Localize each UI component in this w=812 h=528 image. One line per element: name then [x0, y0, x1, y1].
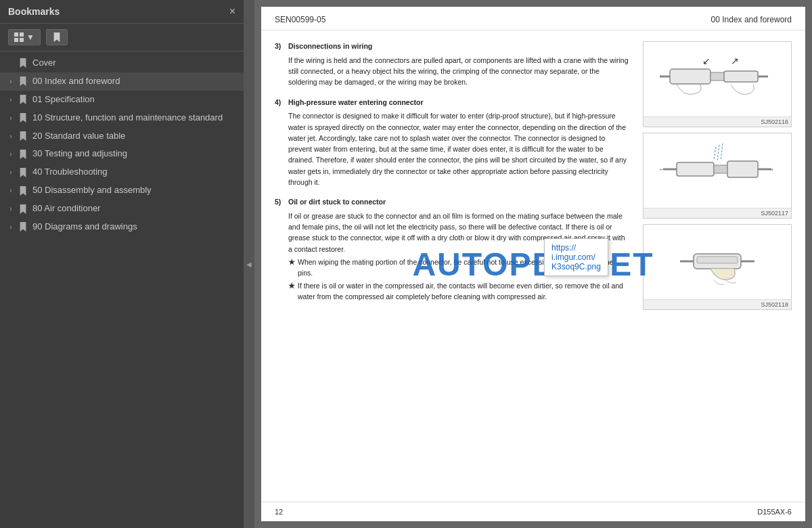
bookmark-icon-50-disassembly — [19, 186, 30, 196]
section-4-body: The connector is designed to make it dif… — [288, 110, 629, 188]
bookmark-options-button[interactable] — [46, 29, 68, 45]
images-column: ↙ ↗ SJ502116 — [643, 41, 792, 491]
bookmark-icon-cover — [19, 58, 30, 68]
image-1-drawing: ↙ ↗ — [644, 42, 791, 116]
page-content: 3) Disconnections in wiring If the wirin… — [261, 30, 805, 502]
expand-arrow-10-structure[interactable]: › — [5, 114, 16, 122]
page-number: 12 — [275, 508, 283, 516]
sidebar-item-01-spec[interactable]: ›01 Specification — [0, 91, 244, 109]
page-header-left: SEN00599-05 — [275, 15, 325, 24]
bookmark-label-01-spec: 01 Specification — [32, 94, 238, 106]
section-5-bullet-2-text: If there is oil or water in the compress… — [298, 281, 629, 303]
image-3-label: SJ502118 — [644, 299, 791, 309]
bookmark-label-50-disassembly: 50 Disassembly and assembly — [32, 185, 238, 196]
svg-text:↗: ↗ — [731, 56, 739, 66]
section-5-bullet-2: ★ If there is oil or water in the compre… — [288, 281, 629, 303]
svg-line-17 — [717, 145, 719, 160]
expand-arrow-90-diagrams[interactable]: › — [5, 223, 16, 231]
chevron-left-icon: ◀ — [246, 261, 252, 268]
bookmark-icon — [52, 32, 62, 42]
bookmark-icon-00-index — [19, 76, 30, 86]
main-content: AUTOPDF.NET https:// i.imgur.com/ K3soq9… — [254, 0, 812, 528]
sidebar-item-40-troubleshooting[interactable]: ›40 Troubleshooting — [0, 163, 244, 181]
section-4-number: 4) — [275, 97, 286, 188]
section-3-number: 3) — [275, 41, 286, 88]
expand-dropdown-arrow: ▼ — [26, 32, 35, 42]
bookmark-label-10-structure: 10 Structure, function and maintenance s… — [32, 112, 238, 124]
image-2-box: ← → SJ502117 — [643, 133, 792, 219]
section-3: 3) Disconnections in wiring If the wirin… — [275, 41, 629, 88]
tooltip-line1: https:// — [551, 243, 601, 252]
sidebar-header: Bookmarks × — [0, 0, 244, 24]
expand-arrow-20-standard[interactable]: › — [5, 133, 16, 140]
expand-arrow-50-disassembly[interactable]: › — [5, 187, 16, 194]
bookmark-icon-30-testing — [19, 150, 30, 159]
sidebar-title: Bookmarks — [8, 6, 60, 17]
image-1-label: SJ502116 — [644, 116, 791, 127]
bookmark-icon-40-troubleshooting — [19, 168, 30, 177]
section-5-title: Oil or dirt stuck to connector — [288, 197, 629, 208]
page-header-right: 00 Index and foreword — [711, 15, 792, 24]
tooltip-popup: https:// i.imgur.com/ K3soq9C.png — [544, 238, 608, 276]
expand-all-button[interactable]: ▼ — [8, 29, 41, 45]
bookmark-icon-80-air — [19, 204, 30, 214]
pdf-page: AUTOPDF.NET https:// i.imgur.com/ K3soq9… — [261, 7, 805, 521]
sidebar-item-90-diagrams[interactable]: ›90 Diagrams and drawings — [0, 218, 244, 236]
bookmark-label-90-diagrams: 90 Diagrams and drawings — [32, 221, 238, 233]
image-3-box: SJ502118 — [643, 224, 792, 310]
section-5-number: 5) — [275, 197, 286, 303]
svg-text:↙: ↙ — [702, 56, 710, 66]
image-1-box: ↙ ↗ SJ502116 — [643, 41, 792, 127]
section-3-title: Disconnections in wiring — [288, 41, 629, 52]
bookmark-label-cover: Cover — [32, 58, 238, 69]
svg-rect-6 — [724, 71, 758, 82]
expand-arrow-80-air[interactable]: › — [5, 205, 16, 213]
bookmark-label-80-air: 80 Air conditioner — [32, 203, 238, 215]
svg-rect-1 — [20, 32, 24, 37]
bookmark-icon-20-standard — [19, 131, 30, 141]
svg-text:←: ← — [658, 165, 666, 173]
svg-line-18 — [721, 144, 723, 160]
image-2-drawing: ← → — [644, 133, 791, 208]
sidebar-item-cover[interactable]: Cover — [0, 54, 244, 72]
expand-arrow-00-index[interactable]: › — [5, 78, 16, 85]
grid-icon — [14, 32, 24, 42]
bookmark-icon-10-structure — [19, 113, 30, 123]
bookmark-label-30-testing: 30 Testing and adjusting — [32, 148, 238, 160]
panel-collapse-handle[interactable]: ◀ — [244, 0, 254, 528]
svg-rect-2 — [14, 38, 18, 42]
svg-rect-13 — [727, 161, 758, 177]
bookmark-icon-01-spec — [19, 95, 30, 104]
svg-text:→: → — [767, 165, 775, 173]
connector-diagram-3 — [656, 228, 778, 296]
expand-arrow-01-spec[interactable]: › — [5, 96, 16, 104]
sidebar-item-10-structure[interactable]: ›10 Structure, function and maintenance … — [0, 109, 244, 127]
expand-arrow-30-testing[interactable]: › — [5, 150, 16, 158]
page-footer: 12 D155AX-6 — [261, 502, 805, 521]
bookmark-list: Cover›00 Index and foreword›01 Specifica… — [0, 51, 244, 528]
section-4: 4) High-pressure water entering connecto… — [275, 97, 629, 188]
bullet-star-1: ★ — [288, 257, 295, 279]
sidebar-toolbar: ▼ — [0, 24, 244, 51]
sidebar-item-50-disassembly[interactable]: ›50 Disassembly and assembly — [0, 181, 244, 200]
section-4-title: High-pressure water entering connector — [288, 97, 629, 108]
tooltip-line2: i.imgur.com/ — [551, 252, 601, 262]
bookmark-icon-90-diagrams — [19, 222, 30, 232]
sidebar-item-00-index[interactable]: ›00 Index and foreword — [0, 72, 244, 91]
connector-diagram-2: ← → — [656, 137, 778, 204]
bookmark-label-00-index: 00 Index and foreword — [32, 76, 238, 87]
document-id: D155AX-6 — [757, 508, 792, 516]
image-2-label: SJ502117 — [644, 208, 791, 218]
svg-rect-22 — [697, 257, 738, 263]
svg-rect-4 — [670, 69, 710, 84]
sidebar-close-button[interactable]: × — [229, 5, 235, 18]
expand-arrow-40-troubleshooting[interactable]: › — [5, 169, 16, 176]
svg-rect-11 — [677, 162, 714, 176]
sidebar-item-20-standard[interactable]: ›20 Standard value table — [0, 127, 244, 146]
sidebar-item-30-testing[interactable]: ›30 Testing and adjusting — [0, 145, 244, 163]
page-header: SEN00599-05 00 Index and foreword — [261, 7, 805, 30]
sidebar-item-80-air[interactable]: ›80 Air conditioner — [0, 200, 244, 218]
connector-diagram-1: ↙ ↗ — [656, 45, 778, 113]
bullet-star-2: ★ — [288, 281, 295, 303]
tooltip-line3: K3soq9C.png — [551, 262, 601, 271]
